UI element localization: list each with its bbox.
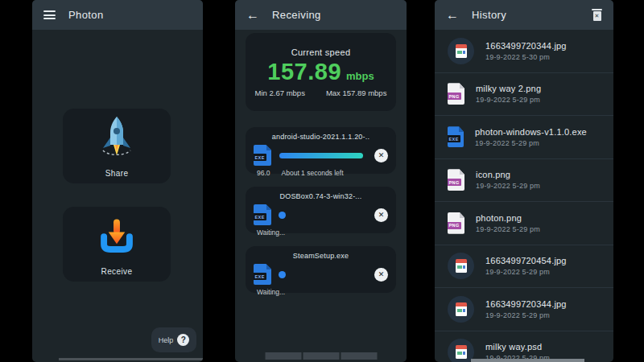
menu-icon[interactable]: [43, 10, 56, 19]
cancel-transfer-button[interactable]: ✕: [374, 149, 388, 162]
nav-key[interactable]: [265, 352, 301, 360]
history-filename: 1663499720454.jpg: [485, 256, 567, 265]
transfer-filename: DOSBox0.74-3-win32-...: [254, 192, 388, 200]
page-title-history: History: [472, 9, 506, 21]
speed-unit: mbps: [346, 70, 374, 82]
back-icon[interactable]: ←: [446, 9, 459, 22]
speed-card: Current speed 157.89 mbps Min 2.67 mbps …: [246, 33, 396, 111]
history-date: 19-9-2022 5-30 pm: [485, 53, 567, 61]
screen-history: ← History ✕ 1663499720344.jpg 19-9-2022 …: [435, 0, 613, 362]
speed-max: Max 157.89 mbps: [326, 88, 387, 97]
file-exe-icon: EXE: [254, 264, 271, 285]
waiting-dot-icon: [279, 271, 286, 278]
nav-gesture-bar: [471, 359, 584, 362]
file-exe-icon: EXE: [254, 204, 271, 225]
back-icon[interactable]: ←: [246, 9, 259, 22]
history-row[interactable]: PNG milky way 2.png 19-9-2022 5-29 pm: [435, 73, 613, 117]
history-filename: milky way 2.png: [476, 84, 541, 93]
help-label: Help: [159, 336, 174, 344]
history-filename: photon-windows-v1.1.0.exe: [475, 127, 587, 137]
speed-min: Min 2.67 mbps: [255, 88, 305, 97]
history-row[interactable]: 1663499720454.jpg 19-9-2022 5-29 pm: [435, 245, 613, 289]
transfer-filename: SteamSetup.exe: [254, 252, 388, 260]
history-filename: milky way.psd: [485, 342, 550, 352]
app-title: Photon: [68, 9, 104, 21]
history-row[interactable]: 1663499720344.jpg 19-9-2022 5-30 pm: [435, 30, 613, 73]
screen-photon-home: Photon Share: [32, 0, 203, 362]
cancel-transfer-button[interactable]: ✕: [374, 208, 388, 222]
rocket-icon: [96, 109, 138, 166]
android-nav-keys[interactable]: [265, 352, 377, 360]
file-type-icon: [448, 253, 474, 279]
nav-key[interactable]: [303, 352, 339, 360]
history-date: 19-9-2022 5-29 pm: [475, 139, 587, 147]
receive-button[interactable]: Receive: [63, 207, 171, 282]
file-type-icon: PNG: [448, 169, 464, 191]
delete-history-icon[interactable]: ✕: [592, 9, 602, 22]
transfer-card: DOSBox0.74-3-win32-... EXE ✕ Waiting...: [246, 187, 396, 233]
page-title-receiving: Receiving: [272, 9, 321, 21]
file-type-icon: [448, 296, 474, 323]
transfer-progress-value: 96.0: [257, 169, 270, 177]
transfer-card: SteamSetup.exe EXE ✕ Waiting...: [246, 246, 396, 293]
history-date: 19-9-2022 5-29 pm: [485, 268, 567, 276]
history-filename: photon.png: [476, 213, 540, 223]
history-date: 19-9-2022 5-29 pm: [476, 225, 540, 233]
transfer-card: android-studio-2021.1.1.20-.. EXE ✕ 96.0…: [246, 127, 396, 174]
transfer-status-text: About 1 seconds left: [282, 169, 344, 177]
history-row[interactable]: milky way.psd 19-9-2022 5-29 pm: [435, 331, 613, 362]
nav-key[interactable]: [341, 352, 377, 360]
nav-gesture-bar: [59, 358, 203, 360]
waiting-dot-icon: [279, 212, 286, 219]
help-button[interactable]: Help ?: [151, 327, 196, 352]
file-type-icon: EXE: [448, 126, 464, 147]
history-date: 19-9-2022 5-29 pm: [476, 182, 540, 190]
question-mark-icon: ?: [177, 334, 189, 346]
file-type-icon: PNG: [448, 212, 464, 234]
receive-label: Receive: [101, 267, 133, 276]
history-date: 19-9-2022 5-29 pm: [485, 311, 567, 319]
download-icon: [97, 207, 137, 264]
history-row[interactable]: PNG icon.png 19-9-2022 5-29 pm: [435, 159, 613, 203]
history-filename: icon.png: [476, 170, 540, 179]
history-row[interactable]: 1663499720344.jpg 19-9-2022 5-29 pm: [435, 288, 613, 331]
file-type-icon: PNG: [448, 83, 464, 105]
progress-bar: [279, 153, 366, 158]
file-type-icon: [448, 38, 474, 64]
share-label: Share: [105, 169, 129, 178]
history-date: 19-9-2022 5-29 pm: [476, 96, 541, 104]
share-button[interactable]: Share: [63, 109, 171, 183]
history-filename: 1663499720344.jpg: [485, 41, 567, 51]
appbar-receiving: ← Receiving: [235, 0, 407, 30]
file-exe-icon: EXE: [254, 145, 271, 166]
transfer-status-text: Waiting...: [257, 228, 285, 237]
speed-label: Current speed: [291, 47, 351, 57]
appbar-history: ← History ✕: [435, 0, 613, 30]
history-row[interactable]: PNG photon.png 19-9-2022 5-29 pm: [435, 202, 613, 245]
history-list: 1663499720344.jpg 19-9-2022 5-30 pm PNG …: [435, 30, 613, 362]
cancel-transfer-button[interactable]: ✕: [374, 268, 388, 282]
transfer-filename: android-studio-2021.1.1.20-..: [254, 133, 388, 141]
appbar-home: Photon: [32, 0, 203, 30]
transfer-status-text: Waiting...: [257, 288, 285, 296]
history-row[interactable]: EXE photon-windows-v1.1.0.exe 19-9-2022 …: [435, 116, 613, 159]
screen-receiving: ← Receiving Current speed 157.89 mbps Mi…: [235, 0, 407, 362]
history-filename: 1663499720344.jpg: [485, 299, 567, 309]
speed-value: 157.89: [267, 59, 341, 85]
